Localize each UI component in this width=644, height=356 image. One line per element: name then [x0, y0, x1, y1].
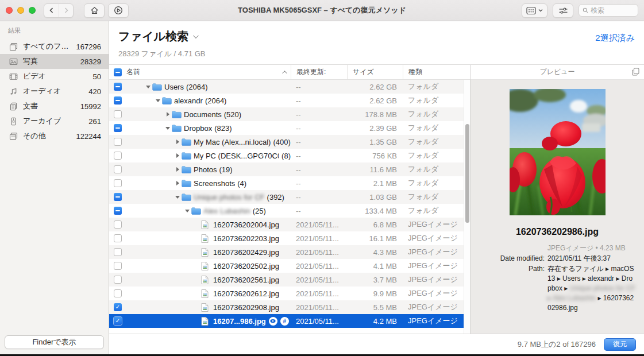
cell-size: 133.4 MB — [347, 207, 403, 215]
file-name: Users — [164, 83, 184, 91]
meta-date-value: 2021/05/11 午後3:37 — [547, 254, 635, 264]
row-checkbox[interactable] — [114, 152, 122, 160]
row-checkbox[interactable] — [114, 165, 122, 173]
rescan-button[interactable] — [108, 3, 129, 18]
recover-button[interactable]: 復元 — [604, 338, 636, 351]
folder-icon — [152, 83, 164, 91]
table-row[interactable]: Dropbox(823)--2.39 GBフォルダ — [109, 121, 470, 135]
item-count: (520) — [224, 110, 241, 119]
sidebar-item-other[interactable]: その他122244 — [0, 129, 109, 144]
row-checkbox[interactable] — [114, 138, 122, 146]
table-row[interactable]: 16207...986.jpg#2021/05/11...4.2 MBJPEGイ… — [109, 314, 470, 328]
jpeg-file-icon — [201, 289, 213, 298]
row-checkbox[interactable] — [114, 234, 122, 242]
row-checkbox[interactable] — [114, 179, 122, 187]
view-options-button[interactable] — [522, 3, 547, 18]
column-header-modified[interactable]: 最終更新: — [291, 65, 347, 79]
sidebar-item-audio[interactable]: オーディオ420 — [0, 84, 109, 99]
scan-method-selector[interactable]: ファイル検索 — [118, 29, 206, 44]
table-row[interactable]: Users(2064)--2.62 GBフォルダ — [109, 80, 470, 94]
home-button[interactable] — [84, 3, 105, 18]
row-checkbox[interactable] — [114, 220, 122, 229]
select-all-checkbox[interactable] — [114, 68, 122, 76]
row-checkbox[interactable] — [114, 110, 122, 118]
zoom-button[interactable] — [29, 7, 36, 14]
cell-name: 1620736202004.jpg — [126, 220, 291, 229]
disclosure-triangle[interactable] — [176, 153, 179, 158]
table-row[interactable]: 1620736202612.jpg2021/05/11...9.9 MBJPEG… — [109, 287, 470, 300]
disclosure-triangle[interactable] — [146, 86, 151, 88]
disclosure-triangle[interactable] — [176, 181, 179, 185]
table-row[interactable]: 1620736202908.jpg2021/05/11...5.5 MBJPEG… — [109, 300, 470, 314]
table-row[interactable]: Alex Lubashin(25)--133.4 MBフォルダ — [109, 204, 470, 218]
table-row[interactable]: Screenshots(4)--2.1 MBフォルダ — [109, 176, 470, 190]
hash-icon: # — [280, 317, 289, 326]
row-checkbox[interactable] — [114, 207, 122, 215]
row-checkbox[interactable] — [114, 276, 122, 284]
sidebar-item-label: アーカイブ — [23, 116, 61, 126]
column-header-name[interactable]: 名前 — [126, 65, 291, 79]
table-row[interactable]: 1620736202203.jpg2021/05/11...16.1 MBJPE… — [109, 231, 470, 245]
column-header-size[interactable]: サイズ — [347, 65, 403, 79]
meta-summary-label — [479, 243, 545, 253]
table-row[interactable]: My Mac (Alex...ni.local)(400)--1.35 GBフォ… — [109, 135, 470, 149]
scrollbar-thumb[interactable] — [465, 124, 469, 223]
sidebar-item-photos[interactable]: 写真28329 — [0, 54, 109, 69]
jpeg-file-icon — [201, 317, 213, 326]
table-row[interactable]: 1620736202429.jpg2021/05/11...4.3 MBJPEG… — [109, 245, 470, 259]
disclosure-triangle[interactable] — [156, 99, 160, 102]
show-in-finder-button[interactable]: Finderで表示 — [5, 335, 104, 349]
disclosure-triangle[interactable] — [167, 112, 169, 117]
row-checkbox[interactable] — [114, 262, 122, 270]
sidebar-item-documents[interactable]: 文書15992 — [0, 99, 109, 114]
cell-kind: JPEGイメージ — [403, 261, 464, 271]
vertical-scrollbar[interactable] — [464, 80, 470, 334]
search-input[interactable] — [591, 6, 634, 14]
folder-icon — [182, 152, 194, 160]
disclosure-triangle[interactable] — [165, 127, 170, 130]
sidebar-item-video[interactable]: ビデオ50 — [0, 69, 109, 84]
column-header-kind[interactable]: 種類 — [403, 65, 464, 79]
cell-kind: フォルダ — [403, 137, 464, 147]
minimize-button[interactable] — [17, 7, 24, 14]
cell-name: Documents(520) — [126, 110, 291, 119]
disclosure-triangle[interactable] — [176, 140, 179, 144]
filter-button[interactable] — [553, 3, 573, 18]
sidebar-item-archive[interactable]: アーカイブ261 — [0, 114, 109, 129]
row-checkbox[interactable] — [114, 83, 122, 91]
table-row[interactable]: 1620736202502.jpg2021/05/11...4.1 MBJPEG… — [109, 259, 470, 273]
file-table: 名前 最終更新: サイズ 種類 Users(2064)--2.62 GBフォルダ… — [109, 65, 470, 334]
app-window: TOSHIBA MK5065GSXF – すべての復元メソッド 結果 すべてのフ… — [0, 0, 644, 356]
row-checkbox[interactable] — [114, 317, 122, 325]
cell-kind: フォルダ — [403, 123, 464, 133]
search-field[interactable] — [579, 4, 638, 17]
table-row[interactable]: Documents(520)--178.8 MBフォルダ — [109, 107, 470, 121]
row-checkbox[interactable] — [114, 303, 122, 311]
table-row[interactable]: alexandr(2064)--2.62 GBフォルダ — [109, 94, 470, 107]
forward-button[interactable] — [59, 4, 73, 17]
sidebar-item-all-files[interactable]: すべてのフ…167296 — [0, 39, 109, 54]
folder-icon — [182, 138, 194, 146]
cell-kind: フォルダ — [403, 206, 464, 216]
disclosure-triangle[interactable] — [185, 210, 190, 212]
table-row[interactable]: Unique photos for CF(392)--1.03 GBフォルダ — [109, 190, 470, 204]
cell-size: 11.6 MB — [347, 165, 403, 174]
table-row[interactable]: 1620736202004.jpg2021/05/11...6.8 MBJPEG… — [109, 218, 470, 231]
close-button[interactable] — [6, 7, 13, 14]
row-checkbox[interactable] — [114, 124, 122, 132]
table-row[interactable]: My PC (DESK...GPG70C0)(8)--756 KBフォルダ — [109, 149, 470, 162]
row-checkbox[interactable] — [114, 289, 122, 297]
file-name: Documents — [184, 110, 222, 119]
disclosure-triangle[interactable] — [175, 196, 180, 199]
back-button[interactable] — [44, 4, 59, 17]
table-row[interactable]: 1620736202561.jpg2021/05/11...3.7 MBJPEG… — [109, 273, 470, 287]
cell-name: 1620736202502.jpg — [126, 262, 291, 270]
row-checkbox[interactable] — [114, 248, 122, 256]
open-preview-window-icon[interactable] — [632, 68, 639, 76]
cell-modified: -- — [291, 110, 347, 119]
row-checkbox[interactable] — [114, 96, 122, 105]
row-checkbox[interactable] — [114, 193, 122, 201]
item-count: (2064) — [186, 83, 208, 91]
table-row[interactable]: Photos(19)--11.6 MBフォルダ — [109, 162, 470, 176]
disclosure-triangle[interactable] — [176, 167, 179, 172]
